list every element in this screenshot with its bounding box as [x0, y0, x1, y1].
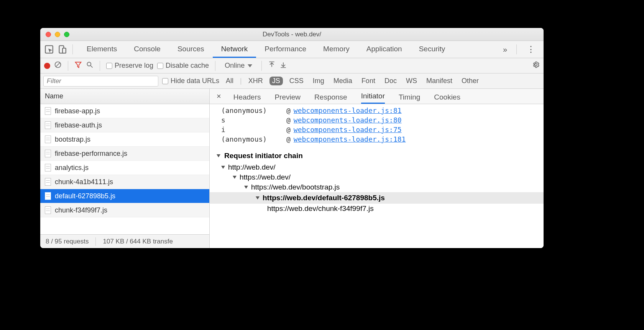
- filter-row: Hide data URLs All|XHRJSCSSImgMediaFontD…: [40, 74, 544, 89]
- upload-har-icon[interactable]: [268, 61, 276, 70]
- status-bar: 8 / 95 requests 107 KB / 644 KB transfe: [40, 234, 209, 248]
- chevron-down-icon: [248, 64, 252, 67]
- chain-node[interactable]: https://web.dev/chunk-f34f99f7.js: [210, 204, 544, 214]
- hide-data-urls-checkbox[interactable]: Hide data URLs: [162, 77, 219, 85]
- device-toolbar-icon[interactable]: [57, 44, 67, 54]
- request-row[interactable]: default-627898b5.js: [40, 189, 209, 203]
- detail-tab-cookies[interactable]: Cookies: [434, 93, 460, 104]
- disclosure-triangle-icon: [217, 154, 220, 157]
- svg-point-5: [87, 62, 91, 66]
- stack-frame: s@webcomponents-loader.js:80: [210, 115, 544, 125]
- request-name: default-627898b5.js: [55, 192, 115, 200]
- close-window-button[interactable]: [46, 32, 51, 37]
- tab-security[interactable]: Security: [411, 41, 454, 58]
- stack-frame: (anonymous)@webcomponents-loader.js:181: [210, 134, 544, 144]
- tab-sources[interactable]: Sources: [169, 41, 213, 58]
- filter-type-media[interactable]: Media: [331, 77, 355, 85]
- preserve-log-checkbox[interactable]: Preserve log: [106, 62, 153, 70]
- initiator-chain: http://web.dev/https://web.dev/https://w…: [210, 162, 544, 214]
- at-symbol: @: [286, 135, 291, 143]
- filter-type-all[interactable]: All: [223, 77, 236, 85]
- disable-cache-checkbox[interactable]: Disable cache: [157, 62, 209, 70]
- throttling-dropdown[interactable]: Online: [222, 62, 255, 70]
- detail-tabs: × HeadersPreviewResponseInitiatorTimingC…: [210, 89, 544, 104]
- download-har-icon[interactable]: [279, 61, 287, 70]
- tab-memory[interactable]: Memory: [315, 41, 358, 58]
- inspect-element-icon[interactable]: [44, 44, 54, 54]
- filter-type-other[interactable]: Other: [459, 77, 481, 85]
- request-name: firebase-app.js: [55, 107, 100, 115]
- svg-rect-2: [62, 48, 66, 53]
- filter-type-css[interactable]: CSS: [287, 77, 306, 85]
- more-options-icon[interactable]: ⋮: [522, 44, 540, 54]
- initiator-chain-heading[interactable]: Request initiator chain: [210, 148, 544, 162]
- detail-tab-initiator[interactable]: Initiator: [361, 92, 385, 104]
- initiator-chain-label: Request initiator chain: [224, 152, 303, 160]
- request-row[interactable]: chunk-f34f99f7.js: [40, 203, 209, 217]
- stack-frame: i@webcomponents-loader.js:75: [210, 125, 544, 134]
- chain-node[interactable]: https://web.dev/bootstrap.js: [210, 182, 544, 192]
- stack-source-link[interactable]: webcomponents-loader.js:81: [294, 106, 402, 114]
- stack-function: s: [221, 116, 286, 124]
- chain-url: https://web.dev/default-627898b5.js: [263, 194, 385, 202]
- titlebar: DevTools - web.dev/: [40, 28, 544, 41]
- tab-console[interactable]: Console: [125, 41, 169, 58]
- filter-type-manifest[interactable]: Manifest: [424, 77, 455, 85]
- filter-type-xhr[interactable]: XHR: [246, 77, 266, 85]
- request-row[interactable]: chunk-4a1b4111.js: [40, 175, 209, 189]
- disclosure-triangle-icon: [256, 196, 260, 199]
- tab-performance[interactable]: Performance: [256, 41, 315, 58]
- request-name: bootstrap.js: [55, 136, 90, 144]
- close-detail-button[interactable]: ×: [217, 92, 221, 101]
- throttling-label: Online: [225, 62, 245, 70]
- request-name: firebase-auth.js: [55, 121, 102, 129]
- zoom-window-button[interactable]: [64, 32, 69, 37]
- detail-tab-response[interactable]: Response: [314, 93, 347, 104]
- detail-tab-timing[interactable]: Timing: [399, 93, 420, 104]
- tab-elements[interactable]: Elements: [78, 41, 125, 58]
- disable-cache-label: Disable cache: [166, 62, 209, 70]
- chain-url: https://web.dev/chunk-f34f99f7.js: [267, 204, 374, 213]
- detail-tab-preview[interactable]: Preview: [275, 93, 301, 104]
- detail-body: (anonymous)@webcomponents-loader.js:81s@…: [210, 104, 544, 248]
- stack-function: i: [221, 126, 286, 134]
- more-tabs-icon[interactable]: »: [499, 45, 511, 54]
- filter-input[interactable]: [43, 76, 158, 87]
- filter-type-js[interactable]: JS: [269, 77, 283, 85]
- clear-button[interactable]: [54, 61, 62, 70]
- filter-type-img[interactable]: Img: [310, 77, 327, 85]
- filter-type-doc[interactable]: Doc: [382, 77, 399, 85]
- tab-application[interactable]: Application: [358, 41, 411, 58]
- request-name: firebase-performance.js: [55, 150, 127, 158]
- request-row[interactable]: analytics.js: [40, 161, 209, 175]
- request-row[interactable]: firebase-auth.js: [40, 118, 209, 132]
- stack-frame: (anonymous)@webcomponents-loader.js:81: [210, 106, 544, 115]
- search-icon[interactable]: [86, 61, 94, 70]
- content-split: Name firebase-app.jsfirebase-auth.jsboot…: [40, 89, 544, 248]
- filter-toggle-icon[interactable]: [74, 61, 82, 70]
- tab-network[interactable]: Network: [213, 41, 256, 58]
- file-icon: [45, 136, 51, 143]
- chain-url: https://web.dev/bootstrap.js: [251, 183, 340, 191]
- stack-source-link[interactable]: webcomponents-loader.js:75: [294, 126, 402, 134]
- request-row[interactable]: bootstrap.js: [40, 132, 209, 147]
- record-button[interactable]: [44, 63, 50, 69]
- stack-source-link[interactable]: webcomponents-loader.js:80: [294, 116, 402, 124]
- filter-type-font[interactable]: Font: [359, 77, 378, 85]
- svg-line-4: [56, 63, 60, 67]
- chain-node[interactable]: https://web.dev/default-627898b5.js: [210, 192, 544, 204]
- minimize-window-button[interactable]: [55, 32, 60, 37]
- at-symbol: @: [286, 106, 291, 114]
- network-settings-icon[interactable]: [532, 61, 540, 70]
- request-row[interactable]: firebase-app.js: [40, 104, 209, 118]
- chain-node[interactable]: https://web.dev/: [210, 172, 544, 182]
- disclosure-triangle-icon: [244, 186, 248, 189]
- name-column-label: Name: [45, 92, 63, 100]
- request-row[interactable]: firebase-performance.js: [40, 147, 209, 161]
- call-stack: (anonymous)@webcomponents-loader.js:81s@…: [210, 104, 544, 148]
- chain-node[interactable]: http://web.dev/: [210, 162, 544, 172]
- request-list-header[interactable]: Name: [40, 89, 209, 104]
- detail-tab-headers[interactable]: Headers: [233, 93, 261, 104]
- filter-type-ws[interactable]: WS: [403, 77, 420, 85]
- stack-source-link[interactable]: webcomponents-loader.js:181: [294, 135, 406, 143]
